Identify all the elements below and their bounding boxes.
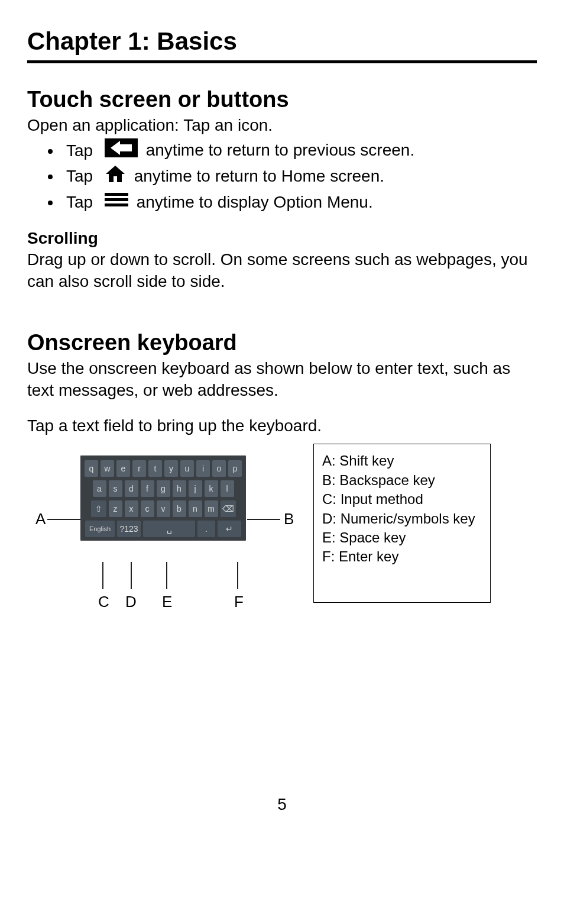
bullet-home: Tap anytime to return to Home screen. [61,164,537,190]
key-j[interactable]: j [189,480,202,497]
key-x[interactable]: x [125,500,138,517]
bullet-back-pre: Tap [66,141,93,160]
key-l[interactable]: l [221,480,234,497]
menu-lines-icon [105,191,128,215]
keyboard-legend-box: A: Shift key B: Backspace key C: Input m… [313,444,491,602]
key-k[interactable]: k [205,480,218,497]
key-i[interactable]: i [196,460,210,477]
key-backspace[interactable]: ⌫ [221,500,236,517]
key-n[interactable]: n [189,500,202,517]
callout-b-label: B [284,510,294,528]
chapter-rule [27,60,537,63]
keyboard-tap-instruction: Tap a text field to bring up the keyboar… [27,415,537,437]
key-shift[interactable]: ⇧ [91,500,106,517]
keyboard-figure-area: A B C D E F q w e r t y [27,444,537,618]
key-f[interactable]: f [141,480,154,497]
key-language[interactable]: English [85,521,115,537]
legend-b: B: Backspace key [322,471,482,490]
key-h[interactable]: h [173,480,186,497]
key-o[interactable]: o [212,460,226,477]
key-e[interactable]: e [116,460,130,477]
bullet-home-pre: Tap [66,167,93,185]
key-v[interactable]: v [157,500,170,517]
key-w[interactable]: w [101,460,114,477]
keyboard-diagram: A B C D E F q w e r t y [27,444,299,618]
touch-intro-text: Open an application: Tap an icon. [27,115,537,136]
legend-c: C: Input method [322,490,482,509]
callout-e-label: E [162,593,172,610]
section-touch-title: Touch screen or buttons [27,87,537,112]
scrolling-text: Drag up or down to scroll. On some scree… [27,249,537,292]
bullet-menu-pre: Tap [66,193,93,211]
key-q[interactable]: q [85,460,98,477]
svg-rect-4 [105,198,128,201]
touch-bullet-list: Tap anytime to return to previous screen… [27,138,537,215]
key-t[interactable]: t [148,460,162,477]
key-d[interactable]: d [125,480,138,497]
legend-f: F: Enter key [322,547,482,566]
key-period[interactable]: . [197,521,215,537]
page-number: 5 [27,795,537,814]
key-b[interactable]: b [173,500,186,517]
section-keyboard-title: Onscreen keyboard [27,330,537,356]
key-r[interactable]: r [132,460,146,477]
key-z[interactable]: z [109,500,122,517]
svg-marker-2 [106,166,125,182]
key-numeric[interactable]: ?123 [117,521,141,537]
chapter-title: Chapter 1: Basics [27,27,537,56]
bullet-back: Tap anytime to return to previous screen… [61,138,537,164]
callout-d-label: D [125,593,137,610]
key-g[interactable]: g [157,480,170,497]
key-space[interactable]: ␣ [143,521,195,537]
key-c[interactable]: c [141,500,154,517]
key-enter[interactable]: ↵ [218,521,241,537]
home-icon [105,164,126,190]
key-a[interactable]: a [93,480,106,497]
key-p[interactable]: p [228,460,242,477]
bullet-back-post: anytime to return to previous screen. [146,141,414,160]
key-u[interactable]: u [180,460,194,477]
callout-c-label: C [98,593,109,610]
svg-rect-3 [105,193,128,196]
keyboard-description: Use the onscreen keyboard as shown below… [27,358,537,401]
bullet-menu-post: anytime to display Option Menu. [137,193,373,211]
callout-f-label: F [234,593,244,610]
legend-a: A: Shift key [322,451,482,470]
bullet-menu: Tap anytime to display Option Menu. [61,190,537,215]
legend-d: D: Numeric/symbols key [322,509,482,528]
bullet-home-post: anytime to return to Home screen. [134,167,384,185]
key-s[interactable]: s [109,480,122,497]
legend-e: E: Space key [322,528,482,547]
svg-rect-5 [105,203,128,206]
keyboard-body: q w e r t y u i o p a s d f g h [80,455,246,541]
key-y[interactable]: y [164,460,178,477]
scrolling-heading: Scrolling [27,229,537,248]
key-m[interactable]: m [205,500,218,517]
back-arrow-icon [105,138,138,164]
callout-a-label: A [35,510,46,528]
